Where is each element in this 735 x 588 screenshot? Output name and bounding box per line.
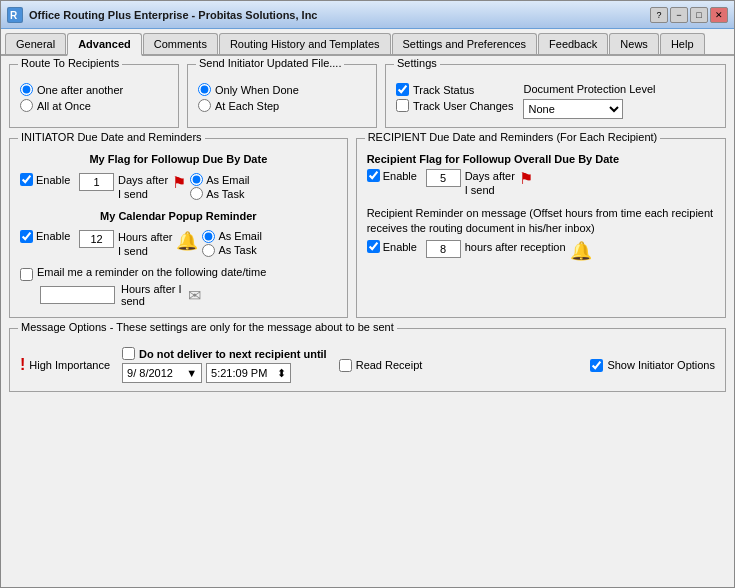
tab-feedback[interactable]: Feedback (538, 33, 608, 54)
app-icon: R (7, 7, 23, 23)
show-initiator-checkbox[interactable] (590, 359, 603, 372)
calendar-as-task-radio[interactable] (202, 244, 215, 257)
route-to-recipients-group: Route To Recipients One after another Al… (9, 64, 179, 128)
route-one-after-another-label: One after another (37, 84, 123, 96)
route-all-at-once-radio[interactable] (20, 99, 33, 112)
route-one-after-another-radio[interactable] (20, 83, 33, 96)
settings-inner: Track Status Track User Changes Document… (396, 83, 715, 119)
do-not-deliver-label: Do not deliver to next recipient until (139, 348, 327, 360)
main-content: Route To Recipients One after another Al… (1, 56, 734, 587)
bell-icon: 🔔 (176, 230, 198, 252)
doc-protection-select[interactable]: None Low Medium High (523, 99, 623, 119)
high-importance-label: High Importance (29, 359, 110, 371)
send-only-when-done-label: Only When Done (215, 84, 299, 96)
flag-row: Enable Days afterI send ⚑ As Email (20, 173, 337, 202)
recipient-reminder-enable-checkbox[interactable] (367, 240, 380, 253)
flag-enable-label: Enable (36, 174, 70, 186)
tab-advanced[interactable]: Advanced (67, 33, 142, 56)
initiator-box-label: INITIATOR Due Date and Reminders (18, 131, 205, 143)
window-title: Office Routing Plus Enterprise - Probita… (29, 9, 650, 21)
route-one-after-another-row: One after another (20, 83, 168, 96)
recipient-flag-enable-row: Enable (367, 169, 422, 182)
send-only-when-done-radio[interactable] (198, 83, 211, 96)
recipient-reminder-hours-input[interactable] (426, 240, 461, 258)
doc-protection-section: Document Protection Level None Low Mediu… (523, 83, 655, 119)
exclaim-icon: ! (20, 356, 25, 374)
recipient-reminder-title: Recipient Reminder on message (Offset ho… (367, 206, 715, 237)
send-at-each-step-row: At Each Step (198, 99, 366, 112)
calendar-section: My Calendar Popup Reminder Enable Hours … (20, 210, 337, 259)
send-at-each-step-radio[interactable] (198, 99, 211, 112)
recipient-flag-enable-checkbox[interactable] (367, 169, 380, 182)
recipient-flag-after-send: Days afterI send (465, 169, 515, 198)
time-field[interactable]: 5:21:09 PM ⬍ (206, 363, 291, 383)
track-status-checkbox[interactable] (396, 83, 409, 96)
tab-settings[interactable]: Settings and Preferences (392, 33, 538, 54)
calendar-as-task-text: As Task (218, 244, 256, 256)
message-options-inner: ! High Importance Do not deliver to next… (20, 347, 715, 383)
flag-as-task-radio[interactable] (190, 187, 203, 200)
show-initiator-row: Show Initiator Options (590, 359, 715, 372)
recipient-reminder-enable-label: Enable (383, 241, 417, 253)
svg-text:R: R (10, 10, 18, 21)
tab-comments[interactable]: Comments (143, 33, 218, 54)
flag-type-options: As Email As Task (190, 173, 249, 200)
flag-title: My Flag for Followup Due By Date (20, 153, 337, 165)
tab-routing-history[interactable]: Routing History and Templates (219, 33, 391, 54)
flag-as-task-text: As Task (206, 188, 244, 200)
flag-after-send: Days afterI send (118, 173, 168, 202)
email-date-row: Hours after Isend ✉ (40, 283, 337, 307)
datetime-row: 9/ 8/2012 ▼ 5:21:09 PM ⬍ (122, 363, 327, 383)
close-button[interactable]: ✕ (710, 7, 728, 23)
recipient-flag-title: Recipient Flag for Followup Overall Due … (367, 153, 715, 165)
flag-days-input[interactable] (79, 173, 114, 191)
tab-help[interactable]: Help (660, 33, 705, 54)
calendar-row: Enable Hours afterI send 🔔 As Email (20, 230, 337, 259)
calendar-type-options: As Email As Task (202, 230, 261, 257)
calendar-as-email-text: As Email (218, 230, 261, 242)
message-options-box: Message Options - These settings are onl… (9, 328, 726, 392)
tab-general[interactable]: General (5, 33, 66, 54)
send-options: Only When Done At Each Step (198, 83, 366, 112)
top-row: Route To Recipients One after another Al… (9, 64, 726, 128)
read-receipt-label: Read Receipt (356, 359, 423, 371)
flag-as-email-radio[interactable] (190, 173, 203, 186)
calendar-enable-row: Enable (20, 230, 75, 243)
recipient-flag-section: Recipient Flag for Followup Overall Due … (367, 153, 715, 198)
restore-button[interactable]: □ (690, 7, 708, 23)
date-field[interactable]: 9/ 8/2012 ▼ (122, 363, 202, 383)
calendar-as-task-label: As Task (202, 244, 261, 257)
read-receipt-checkbox[interactable] (339, 359, 352, 372)
tab-news[interactable]: News (609, 33, 659, 54)
recipient-box: RECIPIENT Due Date and Reminders (For Ea… (356, 138, 726, 318)
recipient-box-label: RECIPIENT Due Date and Reminders (For Ea… (365, 131, 661, 143)
initiator-box: INITIATOR Due Date and Reminders My Flag… (9, 138, 348, 318)
deliver-section: Do not deliver to next recipient until 9… (122, 347, 327, 383)
send-only-when-done-row: Only When Done (198, 83, 366, 96)
send-initiator-group: Send Initiator Updated File.... Only Whe… (187, 64, 377, 128)
read-receipt-row: Read Receipt (339, 359, 423, 372)
help-button[interactable]: ? (650, 7, 668, 23)
do-not-deliver-checkbox[interactable] (122, 347, 135, 360)
calendar-as-email-radio[interactable] (202, 230, 215, 243)
calendar-hours-input[interactable] (79, 230, 114, 248)
email-reminder-checkbox[interactable] (20, 268, 33, 281)
settings-group: Settings Track Status Track User Changes (385, 64, 726, 128)
message-options-label: Message Options - These settings are onl… (18, 321, 397, 333)
flag-as-email-text: As Email (206, 174, 249, 186)
flag-enable-checkbox[interactable] (20, 173, 33, 186)
flag-as-email-label: As Email (190, 173, 249, 186)
recipient-flag-days-input[interactable] (426, 169, 461, 187)
track-user-changes-checkbox[interactable] (396, 99, 409, 112)
recipient-bell-icon: 🔔 (570, 240, 592, 262)
date-dropdown-icon: ▼ (186, 367, 197, 379)
track-status-row: Track Status (396, 83, 513, 96)
flag-as-task-label: As Task (190, 187, 249, 200)
email-date-input[interactable] (40, 286, 115, 304)
calendar-enable-checkbox[interactable] (20, 230, 33, 243)
tab-bar: General Advanced Comments Routing Histor… (1, 29, 734, 56)
date-value: 9/ 8/2012 (127, 367, 173, 379)
flag-icon: ⚑ (172, 173, 186, 192)
minimize-button[interactable]: − (670, 7, 688, 23)
show-initiator-label: Show Initiator Options (607, 359, 715, 371)
